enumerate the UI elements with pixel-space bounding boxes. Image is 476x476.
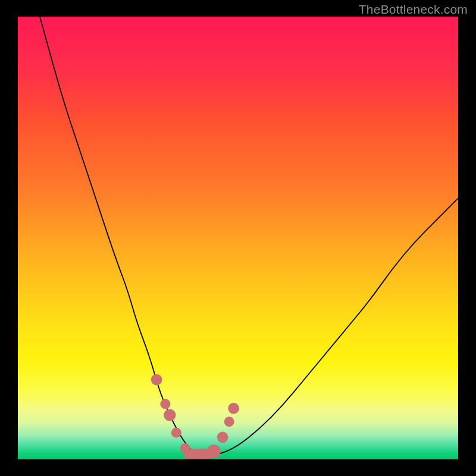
highlight-point [224,416,234,427]
highlight-point [217,431,228,443]
optimal-range-points [151,374,239,459]
highlight-point [151,374,162,386]
highlight-point [160,399,170,409]
watermark-text: TheBottleneck.com [359,2,468,17]
chart-overlay [18,17,458,459]
highlight-point [228,403,239,414]
highlight-point [171,428,181,438]
bottleneck-curve [40,17,458,455]
chart-frame [18,17,458,459]
highlight-point [164,409,176,421]
highlight-point [207,444,221,458]
